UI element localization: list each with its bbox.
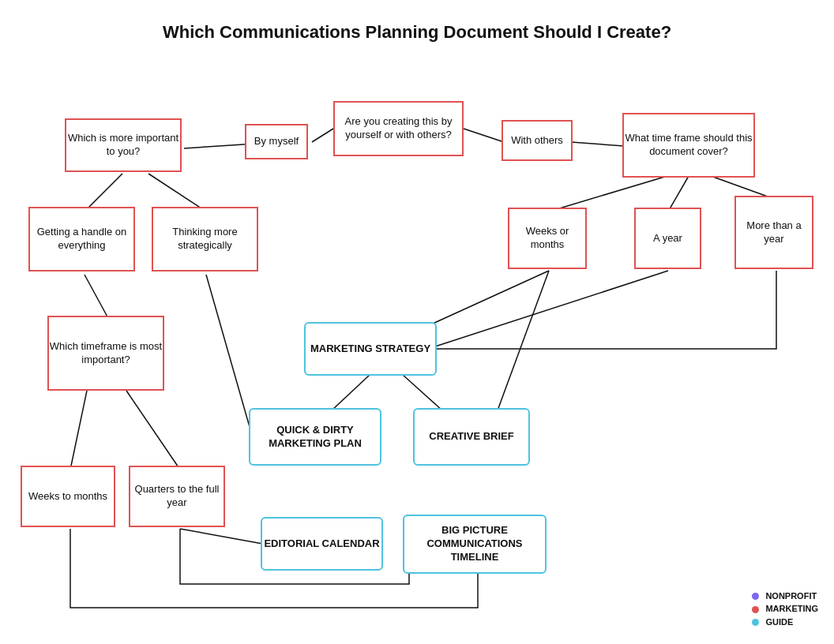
- logo-line2: MARKETING: [752, 602, 818, 616]
- which-more-important-box: Which is more important to you?: [65, 118, 182, 172]
- thinking-more-box: Thinking more strategically: [152, 207, 258, 271]
- svg-line-0: [312, 129, 333, 142]
- creative-brief-box: CREATIVE BRIEF: [413, 408, 530, 466]
- svg-line-18: [180, 529, 267, 545]
- big-picture-box: BIG PICTURE COMMUNICATIONS TIMELINE: [403, 515, 547, 574]
- logo: NONPROFIT MARKETING GUIDE: [752, 590, 818, 629]
- svg-line-16: [403, 375, 442, 410]
- with-others-box: With others: [502, 120, 573, 161]
- editorial-calendar-box: EDITORIAL CALENDAR: [261, 517, 383, 571]
- quick-dirty-box: QUICK & DIRTY MARKETING PLAN: [249, 408, 381, 466]
- svg-line-15: [332, 375, 370, 410]
- svg-line-17: [498, 271, 549, 410]
- logo-line3: GUIDE: [752, 616, 793, 629]
- logo-dot-blue: [752, 619, 759, 626]
- weeks-to-months-box: Weeks to months: [21, 466, 115, 527]
- which-timeframe-box: Which timeframe is most important?: [47, 316, 164, 391]
- svg-line-8: [668, 176, 689, 212]
- logo-line1: NONPROFIT: [752, 590, 817, 603]
- svg-line-14: [206, 275, 253, 438]
- svg-line-5: [148, 174, 206, 212]
- svg-line-2: [571, 142, 624, 146]
- svg-line-13: [433, 271, 668, 347]
- svg-line-10: [70, 391, 87, 470]
- marketing-strategy-box: MARKETING STRATEGY: [304, 322, 437, 376]
- svg-line-12: [433, 271, 549, 324]
- svg-line-6: [85, 275, 109, 320]
- getting-handle-box: Getting a handle on everything: [28, 207, 135, 271]
- svg-line-7: [549, 176, 667, 212]
- weeks-or-months-top-box: Weeks or months: [508, 208, 587, 269]
- a-year-box: A year: [634, 208, 701, 269]
- logo-dot-red: [752, 606, 759, 613]
- more-than-year-box: More than a year: [734, 196, 813, 269]
- svg-line-11: [126, 391, 180, 470]
- by-myself-box: By myself: [245, 124, 308, 159]
- logo-dot-purple: [752, 593, 759, 600]
- svg-line-1: [464, 129, 504, 142]
- what-time-frame-box: What time frame should this document cov…: [622, 113, 755, 178]
- svg-line-4: [85, 174, 122, 212]
- page-title: Which Communications Planning Document S…: [0, 0, 834, 43]
- are-you-creating-box: Are you creating this by yourself or wit…: [333, 101, 464, 156]
- quarters-full-year-box: Quarters to the full year: [129, 466, 225, 527]
- chart-container: Which Communications Planning Document S…: [0, 0, 834, 644]
